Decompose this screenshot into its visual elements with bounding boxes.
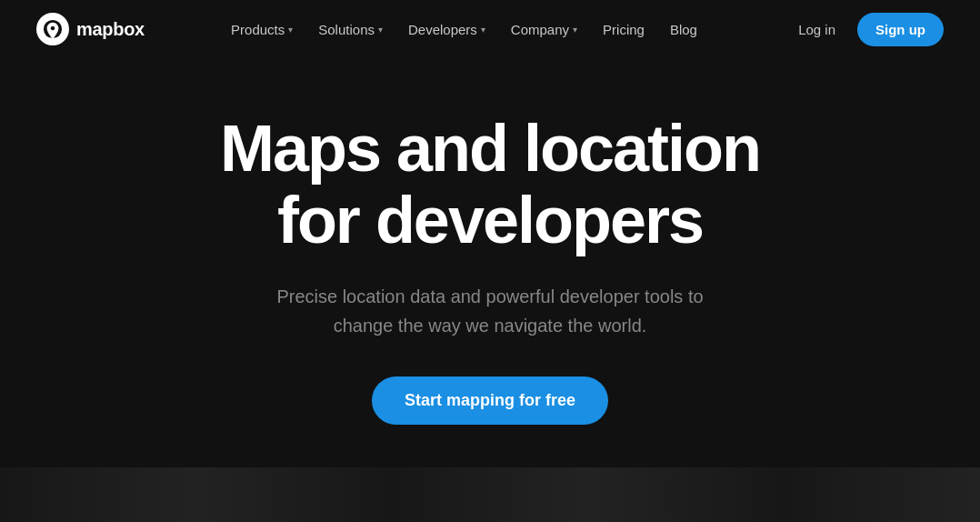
logo-text: mapbox [76, 19, 145, 40]
hero-title: Maps and location for developers [181, 113, 799, 256]
logo[interactable]: mapbox [36, 13, 145, 45]
chevron-down-icon: ▾ [481, 25, 485, 35]
chevron-down-icon: ▾ [573, 25, 577, 35]
navbar: mapbox Products ▾ Solutions ▾ Developers… [0, 0, 980, 58]
signup-button[interactable]: Sign up [857, 13, 944, 46]
nav-actions: Log in Sign up [784, 13, 944, 46]
login-button[interactable]: Log in [784, 15, 850, 45]
nav-products[interactable]: Products ▾ [220, 15, 304, 45]
nav-company[interactable]: Company ▾ [500, 15, 588, 45]
chevron-down-icon: ▾ [288, 25, 293, 35]
nav-links: Products ▾ Solutions ▾ Developers ▾ Comp… [220, 15, 708, 45]
chevron-down-icon: ▾ [378, 25, 383, 35]
bottom-preview-strip [0, 467, 980, 522]
nav-pricing[interactable]: Pricing [592, 15, 655, 45]
nav-developers[interactable]: Developers ▾ [397, 15, 496, 45]
logo-icon [36, 13, 69, 45]
hero-section: Maps and location for developers Precise… [0, 58, 980, 461]
nav-solutions[interactable]: Solutions ▾ [307, 15, 394, 45]
cta-button[interactable]: Start mapping for free [372, 376, 608, 425]
nav-blog[interactable]: Blog [659, 15, 708, 45]
hero-subtitle: Precise location data and powerful devel… [254, 282, 726, 340]
